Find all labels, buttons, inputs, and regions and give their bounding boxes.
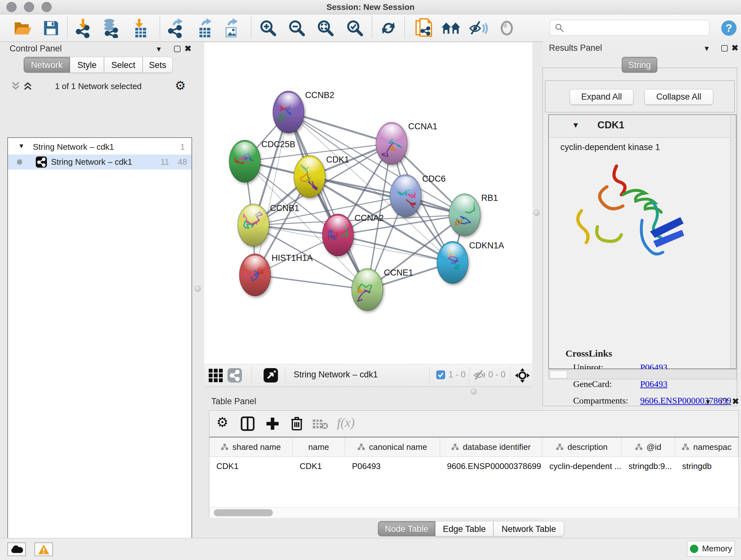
right-splitter-handle[interactable]: [534, 210, 540, 216]
card-vertical-scrollbar[interactable]: [730, 116, 735, 368]
import-network-button[interactable]: [74, 18, 94, 38]
card-collapse-icon[interactable]: ▼: [572, 121, 580, 130]
tab-sets[interactable]: Sets: [143, 57, 173, 73]
network-options-gear-icon[interactable]: ⚙: [175, 78, 186, 92]
export-table-button[interactable]: [195, 18, 216, 38]
column-header-canonical-name[interactable]: canonical name: [345, 437, 440, 456]
export-image-button[interactable]: [221, 18, 242, 38]
table-horizontal-scrollbar[interactable]: [209, 507, 738, 518]
table-container: ⚙ f(x) shared namenamecanonical namedata…: [209, 410, 739, 518]
control-panel-close-icon[interactable]: ✖: [185, 44, 192, 53]
grid-mode-icon[interactable]: [208, 368, 223, 384]
network-node-CDKN1A[interactable]: CDKN1A: [437, 241, 504, 284]
table-cell[interactable]: cyclin-dependent ...: [542, 457, 621, 471]
zoom-out-button[interactable]: [286, 18, 307, 38]
network-node-CCNB2[interactable]: CCNB2: [273, 90, 334, 133]
cloud-status-button[interactable]: [7, 543, 26, 556]
network-collection-row[interactable]: ▼ String Network – cdk1 1: [8, 140, 192, 154]
table-cell[interactable]: stringdb: [675, 457, 738, 471]
show-all-button[interactable]: [496, 18, 517, 38]
search-field[interactable]: [550, 20, 710, 36]
node-label-HIST1H1A: HIST1H1A: [272, 253, 313, 263]
expand-all-button[interactable]: Expand All: [569, 89, 633, 105]
tab-network[interactable]: Network: [23, 57, 70, 73]
import-network-database-button[interactable]: [100, 18, 121, 38]
column-header-name[interactable]: name: [293, 437, 345, 456]
protein-card-header[interactable]: ▼ CDK1: [549, 115, 736, 138]
network-edge[interactable]: [255, 275, 367, 290]
tab-style[interactable]: Style: [70, 57, 104, 73]
table-panel-float-icon[interactable]: ▢: [720, 396, 728, 406]
table-delete-row-icon[interactable]: [290, 416, 303, 432]
table-cell[interactable]: CDK1: [209, 457, 293, 471]
card-horizontal-scrollbar[interactable]: [548, 369, 737, 379]
table-add-icon[interactable]: [266, 416, 280, 432]
selected-checkbox-icon[interactable]: [436, 370, 446, 381]
table-panel-close-icon[interactable]: ✖: [732, 396, 739, 406]
zoom-in-button[interactable]: [258, 18, 278, 38]
results-panel-menu-icon[interactable]: ▾: [704, 44, 709, 53]
network-row-selected[interactable]: String Network – cdk1 11 48: [8, 154, 192, 170]
network-node-HIST1H1A[interactable]: HIST1H1A: [239, 253, 313, 296]
table-panel-menu-icon[interactable]: ▾: [706, 397, 710, 407]
collection-expander-icon[interactable]: ▼: [18, 142, 24, 150]
column-header-database-identifier[interactable]: database identifier: [440, 437, 542, 456]
control-panel-menu-icon[interactable]: ▾: [157, 44, 161, 54]
zoom-fit-button[interactable]: [315, 18, 336, 38]
network-node-RB1[interactable]: RB1: [449, 193, 498, 236]
share-view-icon[interactable]: [227, 368, 242, 384]
zoom-selected-button[interactable]: [345, 18, 365, 38]
first-neighbors-button[interactable]: [441, 18, 461, 38]
network-edge[interactable]: [255, 112, 288, 275]
fit-content-crosshair-icon[interactable]: [515, 368, 530, 385]
table-cell[interactable]: stringdb:9...: [622, 457, 675, 471]
table-grid: shared namenamecanonical namedatabase id…: [209, 437, 738, 508]
network-node-CDK1[interactable]: CDK1: [294, 155, 349, 198]
apply-layout-button[interactable]: [378, 18, 399, 38]
tab-node-table[interactable]: Node Table: [378, 521, 435, 537]
bottom-splitter-handle[interactable]: [471, 388, 477, 395]
column-header-shared-name[interactable]: shared name: [209, 437, 293, 456]
table-cell[interactable]: P06493: [345, 457, 440, 471]
column-header-description[interactable]: description: [542, 437, 621, 456]
network-graph[interactable]: CCNB2CCNA1CDC25BCDK1CDC6RB1CCNB1CCNA2CDK…: [204, 43, 532, 364]
crosslink-link[interactable]: P06493: [640, 379, 668, 389]
tab-string[interactable]: String: [622, 57, 657, 73]
tab-edge-table[interactable]: Edge Table: [435, 521, 493, 537]
import-table-button[interactable]: [130, 18, 151, 38]
export-network-button[interactable]: [166, 18, 187, 38]
network-node-CCNE1[interactable]: CCNE1: [352, 268, 413, 311]
import-table-icon: [131, 18, 149, 38]
expand-collapse-box: Expand All Collapse All: [545, 80, 735, 112]
collapse-all-button[interactable]: Collapse All: [644, 89, 713, 105]
table-columns-icon[interactable]: [241, 416, 255, 432]
birdseye-view-icon[interactable]: [263, 368, 278, 384]
help-button[interactable]: ?: [719, 18, 739, 38]
results-panel-float-icon[interactable]: ▢: [721, 43, 729, 52]
memory-button[interactable]: Memory: [687, 541, 735, 557]
table-row[interactable]: CDK1CDK1P064939606.ENSP00000378699cyclin…: [209, 457, 738, 471]
open-session-button[interactable]: [13, 18, 33, 38]
toolbar-separator: [404, 17, 405, 38]
column-header-namespac[interactable]: namespac: [675, 437, 738, 456]
tab-network-table[interactable]: Network Table: [493, 521, 564, 537]
network-edge[interactable]: [288, 112, 367, 290]
save-session-button[interactable]: [41, 18, 61, 38]
table-cell[interactable]: CDK1: [293, 457, 345, 471]
results-panel-close-icon[interactable]: ✖: [731, 43, 738, 53]
search-input[interactable]: [567, 21, 709, 35]
tab-select[interactable]: Select: [104, 57, 143, 73]
network-view-canvas[interactable]: CCNB2CCNA1CDC25BCDK1CDC6RB1CCNB1CCNA2CDK…: [204, 43, 532, 364]
scrollbar-thumb[interactable]: [550, 371, 567, 378]
network-node-CDC25B[interactable]: CDC25B: [229, 139, 295, 182]
left-splitter-handle[interactable]: [195, 286, 201, 292]
table-cell[interactable]: 9606.ENSP00000378699: [440, 457, 542, 471]
warning-status-button[interactable]: [35, 543, 53, 556]
new-network-from-selection-button[interactable]: [414, 18, 434, 38]
column-header-@id[interactable]: @id: [622, 437, 675, 456]
control-panel-float-icon[interactable]: ▢: [173, 44, 181, 53]
network-node-CDC6[interactable]: CDC6: [390, 174, 446, 217]
table-gear-icon[interactable]: ⚙: [216, 415, 228, 430]
scrollbar-thumb[interactable]: [214, 509, 273, 516]
hide-selected-button[interactable]: [468, 18, 489, 38]
